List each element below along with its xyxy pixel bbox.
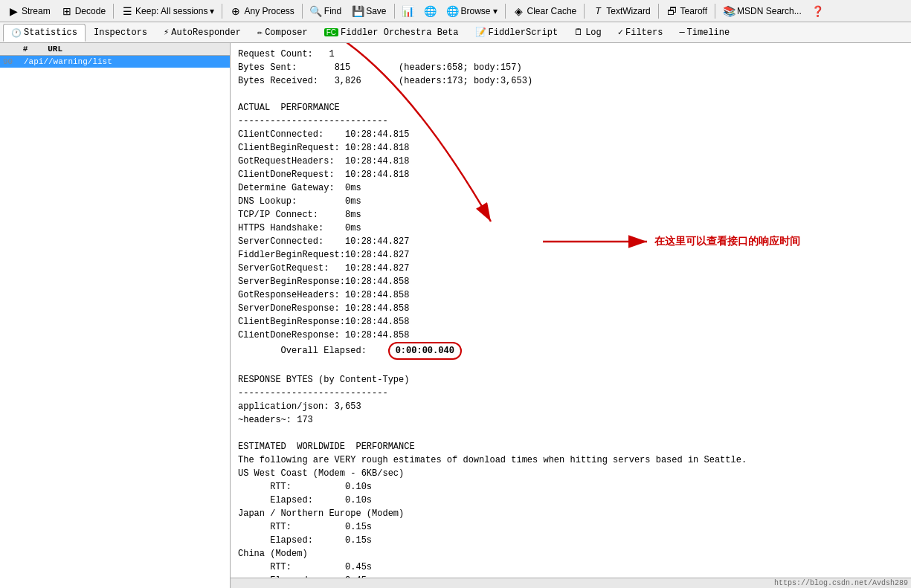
text-wizard-button[interactable]: T TextWizard bbox=[588, 4, 654, 19]
separator4 bbox=[394, 4, 395, 19]
bottom-bar: https://blog.csdn.net/Avdsh289 bbox=[231, 578, 911, 588]
session-list-panel: # URL 90 /api//warning/list bbox=[0, 43, 231, 588]
list-item[interactable]: 90 /api//warning/list bbox=[0, 56, 230, 68]
stats-icon-button[interactable]: 📊 bbox=[398, 4, 419, 19]
separator7 bbox=[658, 4, 659, 19]
main-toolbar: ▶ Stream ⊞ Decode ☰ Keep: All sessions ▾… bbox=[0, 0, 911, 22]
save-button[interactable]: 💾 Save bbox=[347, 4, 390, 19]
help-icon: ❓ bbox=[812, 5, 824, 17]
tab-statistics[interactable]: 🕐 Statistics bbox=[3, 24, 86, 42]
tab-log[interactable]: 🗒 Log bbox=[566, 23, 610, 42]
log-icon: 🗒 bbox=[574, 27, 583, 38]
fiddlerscript-icon: 📝 bbox=[475, 27, 486, 38]
tearoff-button[interactable]: 🗗 Tearoff bbox=[662, 4, 712, 19]
separator3 bbox=[302, 4, 303, 19]
keep-icon: ☰ bbox=[121, 5, 133, 17]
find-icon: 🔍 bbox=[310, 5, 322, 17]
composer-icon: ✏ bbox=[257, 27, 263, 38]
stream-button[interactable]: ▶ Stream bbox=[3, 4, 55, 19]
msdn-icon: 📚 bbox=[723, 5, 735, 17]
any-process-button[interactable]: ⊕ Any Process bbox=[225, 4, 298, 19]
save-icon: 💾 bbox=[352, 5, 364, 17]
tab-filters[interactable]: ✓ Filters bbox=[610, 23, 672, 42]
col-num: # bbox=[3, 45, 48, 54]
timeline-icon: — bbox=[679, 28, 684, 38]
decode-button[interactable]: ⊞ Decode bbox=[57, 4, 110, 19]
globe-icon: 🌐 bbox=[425, 5, 437, 17]
autoresponder-icon: ⚡ bbox=[164, 27, 169, 38]
separator6 bbox=[584, 4, 585, 19]
overall-elapsed-value: 0:00:00.040 bbox=[388, 342, 462, 360]
find-button[interactable]: 🔍 Find bbox=[306, 4, 346, 19]
fo-badge: FC bbox=[324, 28, 338, 36]
browse-icon: 🌐 bbox=[447, 5, 459, 17]
clear-cache-button[interactable]: ◈ Clear Cache bbox=[509, 4, 582, 19]
help-button[interactable]: ❓ bbox=[808, 4, 828, 19]
separator8 bbox=[715, 4, 715, 19]
statistics-clock-icon: 🕐 bbox=[11, 28, 22, 38]
list-header: # URL bbox=[0, 43, 230, 56]
tearoff-icon: 🗗 bbox=[666, 5, 678, 17]
tab-fiddler-orchestra[interactable]: FC Fiddler Orchestra Beta bbox=[316, 24, 467, 42]
bottom-bar-url: https://blog.csdn.net/Avdsh289 bbox=[774, 579, 908, 587]
keep-sessions-button[interactable]: ☰ Keep: All sessions ▾ bbox=[117, 4, 219, 19]
stats-panel: Request Count: 1 Bytes Sent: 815 (header… bbox=[231, 43, 911, 588]
browse-button[interactable]: 🌐 Browse ▾ bbox=[442, 4, 502, 19]
tab-autoresponder[interactable]: ⚡ AutoResponder bbox=[155, 23, 249, 42]
stats-content: Request Count: 1 Bytes Sent: 815 (header… bbox=[231, 43, 911, 578]
filters-check-icon: ✓ bbox=[618, 27, 623, 38]
decode-icon: ⊞ bbox=[61, 5, 73, 17]
item-url: /api//warning/list bbox=[24, 57, 112, 66]
separator5 bbox=[505, 4, 506, 19]
globe-button[interactable]: 🌐 bbox=[420, 4, 441, 19]
tab-inspectors[interactable]: Inspectors bbox=[86, 24, 155, 42]
tab-bar: 🕐 Statistics Inspectors ⚡ AutoResponder … bbox=[0, 22, 911, 43]
stream-icon: ▶ bbox=[7, 5, 19, 17]
annotation-text: 在这里可以查看接口的响应时间 bbox=[654, 233, 800, 249]
tab-composer[interactable]: ✏ Composer bbox=[249, 23, 316, 42]
session-list[interactable]: 90 /api//warning/list bbox=[0, 56, 230, 588]
stats-text: Request Count: 1 Bytes Sent: 815 (header… bbox=[238, 48, 904, 578]
process-icon: ⊕ bbox=[230, 5, 242, 17]
text-wizard-icon: T bbox=[592, 5, 604, 17]
tab-fiddlerscript[interactable]: 📝 FiddlerScript bbox=[467, 23, 567, 42]
msdn-search-button[interactable]: 📚 MSDN Search... bbox=[718, 4, 806, 19]
main-content: # URL 90 /api//warning/list Request Coun… bbox=[0, 43, 911, 588]
overall-elapsed-label: Overall Elapsed: bbox=[281, 346, 367, 356]
clear-cache-icon: ◈ bbox=[513, 5, 525, 17]
col-url: URL bbox=[48, 45, 227, 54]
item-number: 90 bbox=[3, 57, 21, 66]
separator1 bbox=[113, 4, 114, 19]
stats-icon: 📊 bbox=[402, 5, 414, 17]
tab-timeline[interactable]: — Timeline bbox=[671, 24, 738, 42]
separator2 bbox=[222, 4, 222, 19]
